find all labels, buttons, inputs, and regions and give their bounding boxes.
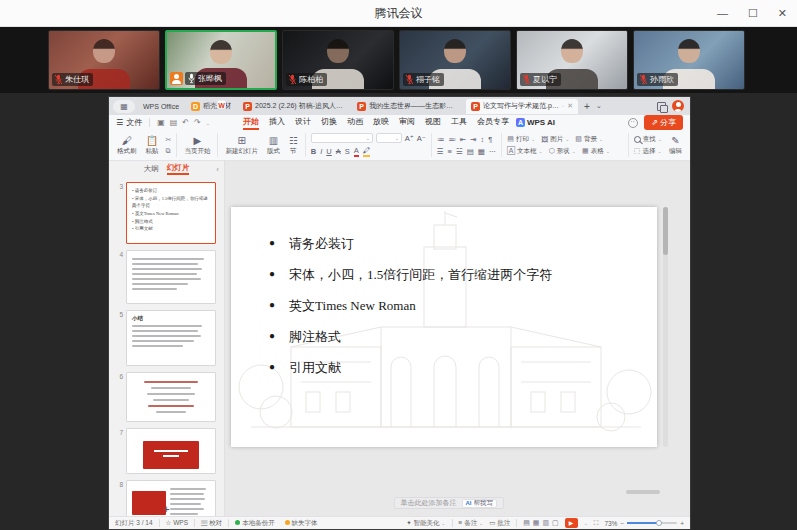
- undo-icon[interactable]: ↶: [182, 118, 189, 127]
- slide-thumbnail[interactable]: [126, 250, 216, 304]
- highlight-button[interactable]: 🖍: [363, 146, 371, 157]
- format-painter-button[interactable]: 🖌 格式刷: [115, 135, 139, 156]
- slide-thumbnail[interactable]: 小结: [126, 310, 216, 366]
- text-direction-icon[interactable]: ¶: [488, 135, 492, 144]
- print-button[interactable]: ▤打印⌄: [507, 135, 535, 144]
- slide-thumbnail[interactable]: • 请务必装订• 宋体，小四，1.5倍行间距，首行缩进两个字符• 英文Times…: [126, 182, 216, 244]
- document-tab[interactable]: P2025.2 (2.26) 初稿-追风人5.1: [238, 99, 350, 114]
- italic-button[interactable]: I: [320, 147, 322, 156]
- horizontal-scrollbar[interactable]: [626, 490, 660, 494]
- user-avatar[interactable]: [672, 100, 684, 112]
- cut-icon[interactable]: ✂: [166, 136, 172, 144]
- notes-bar[interactable]: 单击此处添加备注 AI 帮我写: [393, 497, 504, 509]
- notes-toggle-button[interactable]: ≡ 备注 ⌄: [459, 519, 484, 528]
- textbox-button[interactable]: 🄰文本框⌄: [507, 147, 542, 156]
- strikethrough-button[interactable]: A: [336, 147, 341, 156]
- add-slide-button[interactable]: +: [109, 503, 224, 515]
- copy-icon[interactable]: ⧉: [166, 147, 172, 155]
- menu-插入[interactable]: 插入: [269, 115, 285, 130]
- vertical-scrollbar[interactable]: [663, 207, 668, 447]
- panel-collapse-icon[interactable]: ‹: [216, 165, 219, 174]
- zoom-slider[interactable]: [627, 522, 677, 524]
- menu-审阅[interactable]: 审阅: [399, 115, 415, 130]
- menu-会员专享[interactable]: 会员专享: [477, 115, 509, 130]
- align-right-icon[interactable]: ☱: [456, 147, 463, 156]
- tab-outline[interactable]: 大纲: [144, 164, 159, 174]
- shape-button[interactable]: ⬡形状⌄: [549, 147, 576, 156]
- reading-view-icon[interactable]: ▥: [542, 519, 549, 527]
- tab-list-caret-icon[interactable]: ⌄: [596, 102, 602, 110]
- paste-button[interactable]: 📋 粘贴: [144, 135, 161, 156]
- missing-font-warning[interactable]: 缺失字体: [285, 519, 318, 528]
- edit-mode-button[interactable]: ✎ 编辑: [667, 135, 684, 156]
- align-left-icon[interactable]: ☰: [437, 147, 444, 156]
- fullscreen-icon[interactable]: ⛶: [594, 519, 599, 527]
- select-button[interactable]: ⬚选择⌄: [634, 147, 662, 156]
- decrease-font-icon[interactable]: A⁻: [417, 134, 426, 143]
- slide-thumbnail[interactable]: [126, 428, 216, 474]
- play-options-caret-icon[interactable]: ⌄: [584, 520, 588, 526]
- menu-切换[interactable]: 切换: [321, 115, 337, 130]
- menu-视图[interactable]: 视图: [425, 115, 441, 130]
- local-backup-status[interactable]: 本地备份开: [235, 519, 274, 528]
- play-from-current-button[interactable]: ▶ 当页开始: [182, 135, 212, 156]
- numbered-list-icon[interactable]: ≕: [448, 135, 456, 144]
- justify-icon[interactable]: ▤: [467, 147, 474, 156]
- document-tab[interactable]: P论文写作与学术规范.pptx◦✕: [466, 99, 578, 114]
- participant-tile[interactable]: 孙雨欣: [633, 30, 745, 90]
- slideshow-play-button[interactable]: ▶: [565, 518, 578, 528]
- menu-动画[interactable]: 动画: [347, 115, 363, 130]
- participant-tile[interactable]: 禤子铭: [399, 30, 511, 90]
- maximize-button[interactable]: ☐: [748, 7, 758, 20]
- background-button[interactable]: ▧背景⌄: [575, 135, 603, 144]
- smart-beautify-button[interactable]: ✦ 智能美化 ⌄: [406, 519, 445, 528]
- font-size-select[interactable]: ⌄: [376, 133, 402, 143]
- tab-close-icon[interactable]: ✕: [567, 102, 573, 110]
- wps-status-item[interactable]: ☆ WPS: [166, 519, 188, 527]
- tab-slides[interactable]: 幻灯片: [167, 163, 190, 175]
- align-center-icon[interactable]: ≡: [448, 147, 452, 156]
- proofread-button[interactable]: ▤ 校对: [201, 519, 222, 528]
- more-paragraph-icon[interactable]: ⋯: [489, 147, 497, 156]
- document-tab[interactable]: D稻壳素材: [186, 99, 236, 114]
- menu-设计[interactable]: 设计: [295, 115, 311, 130]
- new-tab-button[interactable]: +: [581, 101, 593, 112]
- table-button[interactable]: ▦表格⌄: [582, 147, 610, 156]
- participant-tile[interactable]: 陈柏柏: [282, 30, 394, 90]
- feedback-smiley-icon[interactable]: [628, 118, 638, 128]
- ai-notes-button[interactable]: AI 帮我写: [461, 499, 497, 508]
- wps-home-button[interactable]: ▦: [113, 100, 135, 113]
- tab-pin-icon[interactable]: ◦: [562, 103, 564, 109]
- increase-font-icon[interactable]: A⁺: [405, 134, 414, 143]
- document-tab[interactable]: P我的生态世界——生态影评电影刊: [352, 99, 464, 114]
- slide-canvas[interactable]: ●请务必装订●宋体，小四，1.5倍行间距，首行缩进两个字符●英文Times Ne…: [225, 161, 690, 516]
- workspace-layout-icon[interactable]: [657, 102, 666, 111]
- font-color-button[interactable]: A: [354, 146, 359, 157]
- menu-开始[interactable]: 开始: [243, 115, 259, 130]
- document-tab[interactable]: WWPS Office: [138, 99, 184, 114]
- columns-icon[interactable]: ▦: [478, 147, 485, 156]
- picture-button[interactable]: 🖼图片⌄: [541, 135, 569, 144]
- indent-icon[interactable]: ⇥: [470, 135, 476, 144]
- slide-layout-button[interactable]: ▥ 版式: [265, 135, 282, 156]
- participant-tile[interactable]: 夏以宁: [516, 30, 628, 90]
- file-menu[interactable]: ☰ 文件: [116, 117, 142, 128]
- line-spacing-icon[interactable]: ↕: [480, 135, 484, 144]
- print-icon[interactable]: ▤: [170, 118, 178, 127]
- share-button[interactable]: ⇗ 分享: [644, 115, 683, 130]
- folder-view-icon[interactable]: ▢: [552, 519, 559, 527]
- close-button[interactable]: ✕: [778, 7, 787, 20]
- bullet-list-icon[interactable]: ≔: [437, 135, 445, 144]
- shadow-button[interactable]: S: [345, 147, 350, 156]
- minimize-button[interactable]: —: [717, 7, 728, 19]
- menu-工具[interactable]: 工具: [451, 115, 467, 130]
- menu-放映[interactable]: 放映: [373, 115, 389, 130]
- notes-placeholder[interactable]: 单击此处添加备注: [400, 498, 456, 508]
- redo-icon[interactable]: ↷: [194, 118, 201, 127]
- participant-tile[interactable]: 朱仕琪: [48, 30, 160, 90]
- quick-access-caret-icon[interactable]: ⌄: [206, 120, 210, 126]
- underline-button[interactable]: U: [326, 147, 331, 156]
- bold-button[interactable]: B: [311, 147, 316, 156]
- slide-bullet-list[interactable]: ●请务必装订●宋体，小四，1.5倍行间距，首行缩进两个字符●英文Times Ne…: [269, 235, 637, 390]
- find-button[interactable]: 查找⌄: [634, 135, 662, 144]
